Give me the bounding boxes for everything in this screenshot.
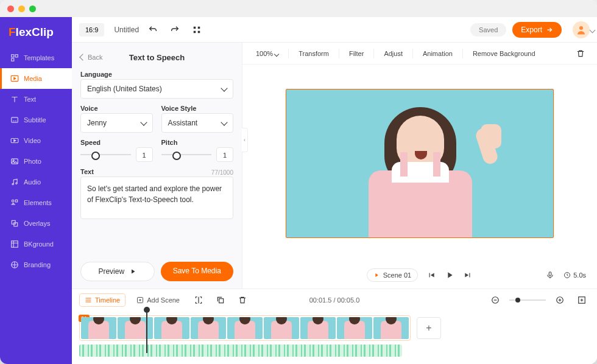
sidebar-label: Media [24, 75, 42, 82]
voice-select[interactable]: Jenny [80, 113, 153, 133]
text-icon [10, 95, 19, 103]
text-input[interactable]: So let's get started and explore the pow… [80, 177, 233, 219]
add-scene-button[interactable]: Add Scene [132, 294, 185, 306]
zoom-in-button[interactable] [552, 292, 568, 308]
svg-rect-16 [194, 26, 196, 29]
media-icon [10, 74, 19, 83]
clip-thumb[interactable] [118, 317, 153, 339]
sidebar-item-audio[interactable]: Audio [0, 172, 72, 192]
speed-value[interactable]: 1 [136, 147, 153, 162]
sidebar-item-elements[interactable]: Elements [0, 192, 72, 213]
window-titlebar [0, 0, 597, 17]
audio-track[interactable] [79, 345, 402, 357]
clip-thumb[interactable] [81, 317, 116, 339]
fullscreen-button[interactable] [189, 22, 205, 38]
pitch-label: Pitch [161, 139, 234, 146]
zoom-select[interactable]: 100% [251, 50, 283, 57]
video-frame[interactable] [286, 89, 554, 238]
text-counter: 77/1000 [211, 169, 233, 176]
save-to-media-button[interactable]: Save To Media [161, 262, 234, 281]
user-avatar[interactable] [573, 21, 590, 38]
sidebar-item-media[interactable]: Media [0, 68, 72, 89]
clip-thumb[interactable] [154, 317, 189, 339]
speed-slider[interactable] [80, 154, 131, 155]
timeline-time: 00:01.5 / 00:05.0 [309, 296, 360, 304]
svg-point-8 [12, 183, 13, 184]
timeline-tab[interactable]: Timeline [79, 293, 125, 307]
duplicate-button[interactable] [213, 292, 228, 308]
next-button[interactable] [463, 270, 473, 280]
language-label: Language [80, 71, 233, 78]
timeline-toolbar: Timeline Add Scene 00:01.5 / 00:05.0 [72, 289, 597, 310]
transform-button[interactable]: Transform [294, 50, 334, 57]
svg-rect-17 [198, 26, 200, 29]
canvas-stage[interactable] [242, 65, 597, 262]
language-select[interactable]: English (United States) [80, 79, 233, 99]
svg-rect-4 [12, 117, 18, 122]
split-button[interactable] [191, 292, 207, 308]
redo-button[interactable] [167, 22, 183, 38]
clip-thumb[interactable] [337, 317, 372, 339]
save-status: Saved [470, 23, 506, 37]
undo-button[interactable] [145, 22, 161, 38]
sidebar-item-photo[interactable]: Photo [0, 151, 72, 172]
animation-button[interactable]: Animation [418, 50, 457, 57]
play-button[interactable] [445, 270, 454, 280]
sidebar-label: Subtitle [24, 116, 46, 124]
maximize-dot[interactable] [29, 5, 36, 12]
filter-button[interactable]: Filter [344, 50, 369, 57]
delete-button[interactable] [573, 46, 588, 61]
svg-rect-24 [219, 298, 224, 303]
mic-icon[interactable] [545, 270, 555, 280]
preview-button[interactable]: Preview [80, 262, 155, 281]
sidebar-label: BKground [24, 240, 54, 248]
collapse-panel-button[interactable]: ‹ [242, 128, 248, 152]
zoom-slider[interactable] [509, 299, 546, 301]
topbar: 16:9 Untitled Saved Export [72, 17, 597, 43]
audio-icon [10, 178, 19, 186]
add-clip-button[interactable]: + [417, 317, 441, 339]
pitch-value[interactable]: 1 [216, 147, 233, 162]
pitch-slider[interactable] [161, 154, 212, 155]
minimize-dot[interactable] [18, 5, 25, 12]
playback-controls: Scene 01 5.0s [242, 262, 597, 289]
svg-rect-18 [194, 30, 196, 33]
photo-icon [10, 157, 19, 166]
close-dot[interactable] [7, 5, 14, 12]
sidebar-item-video[interactable]: Video [0, 130, 72, 151]
svg-rect-21 [549, 272, 551, 276]
sidebar-item-templates[interactable]: Templates [0, 47, 72, 68]
clip-thumb[interactable] [264, 317, 299, 339]
project-title[interactable]: Untitled [114, 26, 139, 34]
sidebar-item-background[interactable]: BKground [0, 234, 72, 254]
clip-thumb[interactable] [227, 317, 263, 339]
sidebar-item-branding[interactable]: Branding [0, 254, 72, 275]
clip-thumb[interactable] [191, 317, 226, 339]
prev-button[interactable] [426, 270, 436, 280]
remove-bg-button[interactable]: Remove Background [468, 50, 540, 57]
zoom-out-button[interactable] [487, 292, 503, 308]
sidebar-item-text[interactable]: Text [0, 89, 72, 110]
video-icon [10, 136, 19, 145]
text-label: Text [80, 168, 94, 175]
sidebar: FlexClip Templates Media Text Subtitle V… [0, 17, 72, 364]
aspect-ratio-button[interactable]: 16:9 [79, 23, 104, 37]
fit-button[interactable] [574, 292, 590, 308]
svg-rect-2 [12, 58, 14, 61]
sidebar-item-overlays[interactable]: Overlays [0, 213, 72, 234]
voice-style-select[interactable]: Assistant [161, 113, 234, 133]
sidebar-item-subtitle[interactable]: Subtitle [0, 110, 72, 130]
delete-clip-button[interactable] [235, 292, 250, 308]
canvas-toolbar: 100% Transform Filter Adjust Animation R… [242, 43, 597, 65]
clip-thumb[interactable] [373, 317, 409, 339]
playhead[interactable] [146, 310, 147, 353]
subtitle-icon [10, 116, 19, 124]
adjust-button[interactable]: Adjust [379, 50, 408, 57]
video-clips[interactable]: 01 [79, 315, 411, 341]
export-button[interactable]: Export [512, 22, 562, 38]
clip-thumb[interactable] [300, 317, 336, 339]
scene-chip[interactable]: Scene 01 [367, 268, 418, 282]
timeline-track[interactable]: 01 + [72, 310, 597, 364]
svg-rect-14 [12, 241, 18, 248]
panel-title: Text to Speech [80, 53, 233, 62]
